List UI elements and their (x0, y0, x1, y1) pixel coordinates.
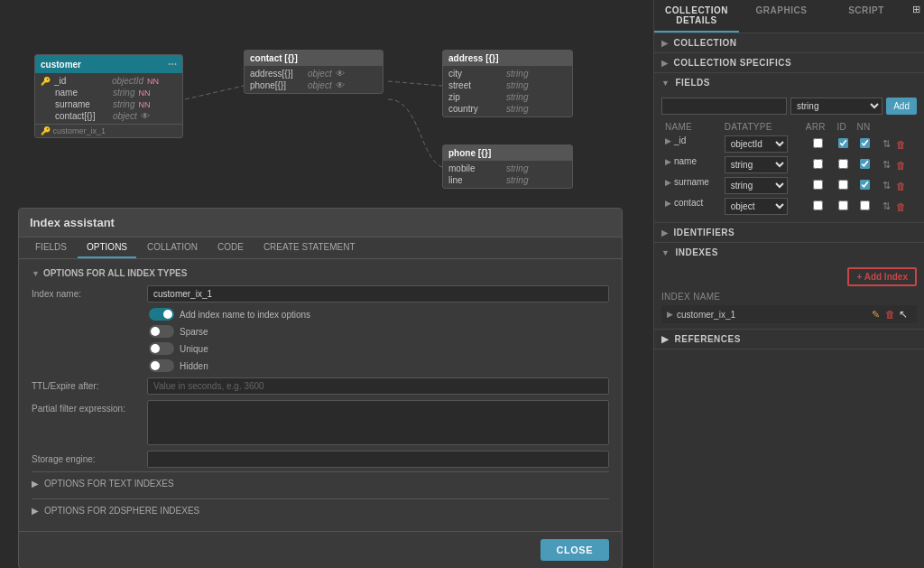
field-id-checkbox[interactable] (838, 159, 848, 169)
ttl-input[interactable] (147, 377, 609, 395)
tab-script[interactable]: SCRIPT (824, 0, 909, 33)
field-id-checkbox[interactable] (838, 138, 848, 148)
eye-icon[interactable]: 👁 (336, 69, 345, 79)
table-row: country string (443, 103, 572, 115)
phone-table[interactable]: phone [{}] mobile string line string (442, 144, 573, 189)
field-name-cell: ▶_id (661, 134, 721, 147)
dialog-footer: CLOSE (19, 531, 622, 568)
table-row: ▶namestring ⇅ 🗑 (661, 154, 917, 175)
field-nn-checkbox[interactable] (860, 200, 870, 210)
edit-index-button[interactable]: ✎ (870, 308, 882, 321)
new-field-name-input[interactable] (661, 98, 787, 115)
address-table[interactable]: address [{}] city string street string z… (442, 50, 573, 117)
ttl-label: TTL/Expire after: (32, 381, 140, 391)
storage-input[interactable] (147, 451, 609, 468)
field-arr-checkbox[interactable] (813, 200, 823, 210)
field-datatype-cell[interactable]: string (721, 154, 802, 175)
references-section: ▶ REFERENCES (654, 330, 924, 349)
move-field-button[interactable]: ⇅ (881, 180, 892, 191)
datatype-select[interactable]: string objectId object number (790, 98, 882, 115)
collection-specifics-header[interactable]: ▶ COLLECTION SPECIFICS (654, 53, 924, 72)
hidden-row: Hidden (149, 359, 609, 372)
field-datatype-cell[interactable]: objectId (721, 134, 802, 154)
indexes-toolbar: + Add Index (661, 267, 917, 286)
delete-field-button[interactable]: 🗑 (894, 181, 908, 191)
field-datatype-select[interactable]: string (725, 177, 788, 194)
table-row: 🔑 _id objectId NN (35, 75, 182, 87)
field-name-cell: ▶surname (661, 175, 721, 189)
panel-layout-icon[interactable]: ⊞ (909, 0, 924, 33)
field-datatype-cell[interactable]: string (721, 175, 802, 196)
add-index-button[interactable]: + Add Index (847, 267, 917, 286)
unique-toggle[interactable] (149, 342, 174, 355)
field-arr-checkbox[interactable] (813, 159, 823, 169)
customer-table[interactable]: customer ··· 🔑 _id objectId NN name stri… (34, 54, 183, 138)
customer-table-header: customer ··· (35, 55, 182, 73)
move-field-button[interactable]: ⇅ (881, 138, 892, 150)
field-arr-checkbox[interactable] (813, 138, 823, 148)
delete-field-button[interactable]: 🗑 (894, 160, 908, 171)
hidden-toggle[interactable] (149, 359, 174, 372)
partial-filter-label: Partial filter expression: (32, 400, 140, 414)
field-arr-checkbox[interactable] (813, 180, 823, 190)
tab-create-statement[interactable]: CREATE STATEMENT (254, 237, 365, 258)
delete-index-button[interactable]: 🗑 (883, 308, 897, 321)
sparse-toggle[interactable] (149, 325, 174, 338)
field-id-checkbox[interactable] (838, 180, 848, 190)
table-row: name string NN (35, 87, 182, 98)
field-name-cell: ▶name (661, 154, 721, 168)
tab-collation[interactable]: COLLATION (138, 237, 207, 258)
tab-graphics[interactable]: GRAPHICS (739, 0, 824, 33)
right-panel-tabs: COLLECTION DETAILS GRAPHICS SCRIPT ⊞ (654, 0, 924, 33)
collection-header[interactable]: ▶ COLLECTION (654, 33, 924, 52)
field-id-checkbox[interactable] (838, 200, 848, 210)
fields-table: NAME DATATYPE ARR ID NN ▶_idobjectId ⇅ 🗑… (661, 120, 917, 217)
tab-options[interactable]: OPTIONS (78, 237, 136, 258)
chevron-down-icon: ▼ (32, 269, 40, 278)
delete-field-button[interactable]: 🗑 (894, 201, 908, 212)
customer-table-body: 🔑 _id objectId NN name string NN surname… (35, 73, 182, 124)
svg-line-1 (388, 81, 442, 86)
text-indexes-header[interactable]: ▶ OPTIONS FOR TEXT INDEXES (32, 477, 609, 490)
table-row: surname string NN (35, 98, 182, 110)
eye-icon[interactable]: 👁 (336, 80, 345, 90)
add-field-button[interactable]: Add (886, 98, 917, 115)
col-header-id: ID (834, 120, 854, 134)
identifiers-header[interactable]: ▶ IDENTIFIERS (654, 223, 924, 242)
field-datatype-select[interactable]: objectId (725, 135, 788, 153)
fields-header[interactable]: ▼ FIELDS (654, 73, 924, 92)
table-row: mobile string (443, 163, 572, 174)
partial-filter-input[interactable] (147, 400, 609, 445)
sphere-indexes-header[interactable]: ▶ OPTIONS FOR 2DSPHERE INDEXES (32, 504, 609, 517)
field-nn-checkbox[interactable] (860, 138, 870, 148)
contact-table[interactable]: contact [{}] address[{}] object 👁 phone[… (244, 50, 383, 94)
field-id-cell (834, 154, 854, 175)
table-row: zip string (443, 91, 572, 103)
table-row: line string (443, 174, 572, 186)
index-row: ▶ customer_ix_1 ✎ 🗑 ↖ (661, 305, 917, 323)
eye-icon[interactable]: 👁 (141, 111, 150, 121)
field-nn-checkbox[interactable] (860, 180, 870, 190)
tab-fields[interactable]: FIELDS (26, 237, 76, 258)
field-datatype-select[interactable]: string (725, 156, 788, 173)
delete-field-button[interactable]: 🗑 (894, 139, 908, 150)
index-name-column-header: INDEX NAME (661, 292, 917, 302)
field-datatype-cell[interactable]: object (721, 196, 802, 217)
field-nn-checkbox[interactable] (860, 159, 870, 169)
chevron-right-icon: ▶ (32, 506, 39, 516)
tab-code[interactable]: CODE (208, 237, 253, 258)
move-field-button[interactable]: ⇅ (881, 159, 892, 171)
storage-engine-row: Storage engine: (32, 451, 609, 468)
references-header[interactable]: ▶ REFERENCES (654, 330, 924, 349)
index-name-row: Index name: (32, 285, 609, 303)
close-button[interactable]: CLOSE (541, 539, 609, 561)
index-name-input[interactable] (147, 285, 609, 303)
tab-collection-details[interactable]: COLLECTION DETAILS (654, 0, 739, 33)
indexes-header[interactable]: ▼ INDEXES (654, 243, 924, 262)
chevron-right-icon: ▶ (665, 157, 671, 166)
field-datatype-select[interactable]: object (725, 198, 788, 215)
move-field-button[interactable]: ⇅ (881, 200, 892, 212)
options-section-header: ▼ OPTIONS FOR ALL INDEX TYPES (32, 268, 609, 278)
canvas-area: customer ··· 🔑 _id objectId NN name stri… (0, 0, 653, 568)
add-index-name-toggle[interactable] (149, 308, 174, 321)
